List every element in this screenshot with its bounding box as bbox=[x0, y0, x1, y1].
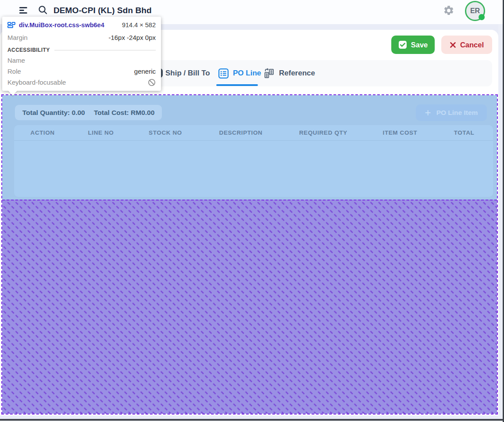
tab-reference-label: Reference bbox=[279, 69, 315, 78]
list-box-icon bbox=[218, 68, 229, 79]
accessibility-section-title: ACCESSIBILITY bbox=[7, 47, 50, 53]
margin-value: -16px -24px 0px bbox=[108, 34, 156, 41]
column-header-description: DESCRIPTION bbox=[200, 129, 282, 136]
active-tab-underline bbox=[216, 84, 258, 86]
no-entry-icon bbox=[148, 79, 156, 86]
devtools-tooltip: div.MuiBox-root.css-swb6e4 914.4 × 582 M… bbox=[2, 17, 161, 91]
avatar-initials: ER bbox=[470, 7, 480, 15]
plus-icon: + bbox=[425, 107, 431, 118]
add-po-line-item-button[interactable]: + PO Line Item bbox=[416, 104, 487, 121]
total-quantity-chip: Total Quantity: 0.00 bbox=[15, 105, 93, 120]
column-header-stock-no: STOCK NO bbox=[131, 129, 200, 136]
column-header-required-qty: REQUIRED QTY bbox=[282, 129, 365, 136]
copy-document-arrow-icon bbox=[263, 68, 275, 79]
save-button-label: Save bbox=[411, 41, 428, 49]
checkbox-check-icon bbox=[398, 40, 407, 49]
cancel-button-label: Cancel bbox=[460, 41, 484, 49]
tab-po-line[interactable]: PO Line bbox=[218, 60, 261, 86]
margin-label: Margin bbox=[7, 34, 28, 41]
app-window: DEMO-CPI (KL) Sdn Bhd ER Save bbox=[0, 0, 504, 422]
accessibility-role-label: Role bbox=[7, 68, 21, 75]
section-divider bbox=[54, 50, 156, 50]
total-cost-chip: Total Cost: RM0.00 bbox=[86, 105, 162, 120]
search-icon[interactable] bbox=[38, 5, 48, 17]
close-icon bbox=[450, 42, 456, 48]
column-header-action: ACTION bbox=[14, 129, 71, 136]
cancel-button[interactable]: Cancel bbox=[441, 36, 492, 54]
inspected-element-selector: div.MuiBox-root.css-swb6e4 bbox=[19, 21, 104, 29]
po-line-table: ACTION LINE NO STOCK NO DESCRIPTION REQU… bbox=[14, 125, 493, 197]
layout-grid-icon bbox=[7, 22, 15, 28]
devtools-highlight-region: Total Quantity: 0.00 Total Cost: RM0.00 … bbox=[1, 94, 498, 415]
highlighted-content-area: Total Quantity: 0.00 Total Cost: RM0.00 … bbox=[2, 95, 497, 200]
tab-po-line-label: PO Line bbox=[233, 69, 261, 78]
keyboard-focusable-label: Keyboard-focusable bbox=[7, 79, 66, 86]
user-avatar[interactable]: ER bbox=[465, 1, 485, 21]
page-background-strip bbox=[498, 24, 503, 419]
tab-reference[interactable]: Reference bbox=[263, 60, 315, 86]
accessibility-name-label: Name bbox=[7, 57, 25, 64]
column-header-line-no: LINE NO bbox=[71, 129, 131, 136]
inspected-element-dimensions: 914.4 × 582 bbox=[122, 21, 156, 29]
tab-ship-bill-to-label: Ship / Bill To bbox=[165, 69, 210, 78]
online-status-dot bbox=[479, 14, 485, 20]
company-title: DEMO-CPI (KL) Sdn Bhd bbox=[54, 6, 152, 15]
tooltip-caret bbox=[8, 90, 18, 96]
gear-icon[interactable] bbox=[443, 5, 454, 18]
column-header-item-cost: ITEM COST bbox=[365, 129, 435, 136]
menu-icon[interactable] bbox=[19, 7, 27, 14]
column-header-total: TOTAL bbox=[435, 129, 493, 136]
save-button[interactable]: Save bbox=[391, 36, 435, 54]
add-po-line-item-label: PO Line Item bbox=[436, 109, 478, 117]
accessibility-role-value: generic bbox=[134, 68, 156, 75]
diagonal-hatch-pattern bbox=[2, 200, 497, 414]
highlighted-margin-hatch-area bbox=[2, 200, 497, 414]
tab-ship-bill-to[interactable]: Ship / Bill To bbox=[165, 60, 210, 86]
po-line-table-header-row: ACTION LINE NO STOCK NO DESCRIPTION REQU… bbox=[14, 125, 493, 141]
